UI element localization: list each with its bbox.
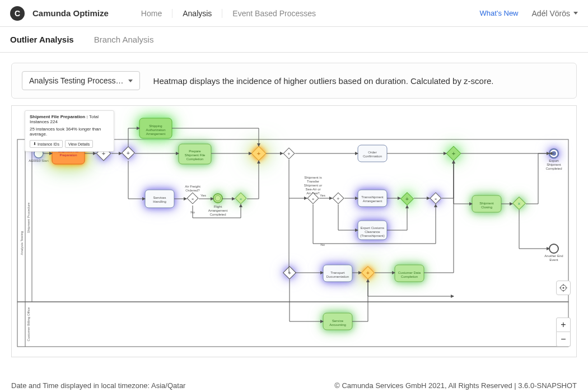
gateway-parallel-green[interactable]: + (401, 193, 414, 206)
heatmap-description: Heatmap displays the incidence of higher… (153, 76, 494, 86)
gateway-hot-1[interactable]: + (251, 146, 265, 160)
svg-text:TransshipmentArrangement: TransshipmentArrangement (361, 195, 384, 203)
crosshair-icon (559, 284, 567, 292)
task-export-customs[interactable]: Export CustomsClearance(Transshipment) (358, 221, 387, 240)
svg-text:AE0010 Start: AE0010 Start (29, 159, 49, 162)
gateway-air-freight[interactable]: × (187, 193, 198, 204)
zoom-controls: + − (556, 281, 571, 347)
svg-text:×: × (312, 197, 315, 202)
tooltip-view-details-button[interactable]: View Details (65, 140, 93, 148)
svg-text:+: + (405, 196, 409, 202)
svg-rect-1 (17, 302, 568, 347)
svg-text:Another EndEvent: Another EndEvent (544, 254, 563, 262)
chevron-down-icon (573, 12, 578, 15)
svg-text:×: × (192, 197, 194, 202)
zoom-in-button[interactable]: + (556, 318, 571, 332)
gateway-x-green[interactable]: × (513, 197, 526, 210)
task-order-confirmation[interactable]: OrderConfirmation (358, 145, 387, 162)
whats-new-link[interactable]: What's New (480, 9, 519, 17)
svg-text:+: + (366, 270, 370, 276)
tab-branch-analysis[interactable]: Branch Analysis (84, 32, 164, 48)
footer: Date and Time displayed in local timezon… (0, 381, 588, 390)
footer-copyright: © Camunda Services GmbH 2021, All Rights… (334, 381, 577, 390)
task-services-handling[interactable]: ServicesHandling (145, 190, 174, 208)
chevron-down-icon (128, 80, 133, 82)
svg-text:+: + (287, 151, 290, 157)
nav-home[interactable]: Home (131, 9, 172, 18)
svg-text:ShipmentClosing: ShipmentClosing (479, 202, 494, 209)
nav-event-based[interactable]: Event Based Processes (222, 9, 326, 18)
task-shipment-closing[interactable]: ShipmentClosing (472, 195, 501, 212)
tooltip-detail: 25 instances took 364% longer than avera… (30, 127, 109, 137)
svg-text:Customer DataCompletion: Customer DataCompletion (398, 271, 421, 278)
brand-name: Camunda Optimize (32, 8, 109, 18)
gateway-parallel-topright[interactable]: + (446, 146, 460, 160)
svg-point-22 (213, 194, 222, 203)
controls-bar: Analysis Testing Process… Heatmap displa… (11, 63, 577, 99)
footer-timezone: Date and Time displayed in local timezon… (11, 381, 185, 390)
svg-text:×: × (240, 197, 242, 202)
top-nav: C Camunda Optimize Home Analysis Event B… (0, 0, 588, 27)
zoom-out-button[interactable]: − (556, 332, 571, 347)
gateway-x-1[interactable]: × (235, 193, 246, 204)
svg-text:+: + (337, 196, 339, 202)
task-prepare-completion[interactable]: PrepareShipment FileCompletion (179, 144, 211, 164)
gateway-parallel-bottom[interactable]: + (283, 267, 296, 279)
diagram-canvas[interactable]: Analysis Testing Shipment Procedure Cust… (11, 105, 577, 357)
svg-text:ExportShipmentCompleted: ExportShipmentCompleted (545, 159, 562, 170)
nav-analysis[interactable]: Analysis (172, 9, 222, 18)
svg-text:Shipment isTransferShipment or: Shipment isTransferShipment orSea-Air or… (304, 176, 322, 195)
tab-outlier-analysis[interactable]: Outlier Analysis (10, 32, 84, 48)
nav-right: What's New Adél Vörös (480, 9, 578, 18)
svg-point-70 (563, 287, 564, 289)
user-name: Adél Vörös (532, 9, 570, 18)
lane-label-lower: Customer Billing Office (27, 307, 30, 342)
task-transport-doc[interactable]: TransportDocumentation (323, 265, 352, 282)
process-select-label: Analysis Testing Process… (29, 76, 124, 85)
task-service-accounting[interactable]: ServiceAccounting (323, 313, 352, 330)
gateway-parallel-3[interactable]: + (283, 148, 295, 159)
svg-text:×: × (517, 201, 520, 207)
user-menu[interactable]: Adél Vörös (532, 9, 578, 18)
download-icon: ⬇ (33, 142, 36, 146)
task-shipping-auth[interactable]: ShippingAuthorizationArrangement (139, 118, 172, 138)
gateway-x-2[interactable]: × (430, 193, 441, 204)
tooltip-title: Shipment File Preparation : (30, 114, 88, 119)
lane-label-upper: Shipment Procedure (27, 202, 30, 233)
svg-text:+: + (288, 270, 291, 276)
gateway-parallel-4[interactable]: + (333, 193, 344, 204)
brand-logo: C (10, 6, 25, 21)
svg-text:Yes: Yes (320, 194, 325, 197)
svg-text:×: × (435, 197, 437, 202)
svg-text:+: + (127, 150, 130, 156)
tooltip-instance-ids-button[interactable]: ⬇ Instance IDs (30, 140, 63, 148)
gateway-hot-2[interactable]: + (362, 267, 375, 279)
svg-text:+: + (452, 150, 455, 157)
gateway-parallel-2[interactable]: + (122, 147, 135, 160)
svg-text:ServicesHandling: ServicesHandling (153, 196, 166, 203)
end-event-another[interactable] (549, 244, 558, 253)
sub-nav: Outlier Analysis Branch Analysis (0, 27, 588, 53)
svg-rect-0 (17, 139, 568, 302)
lane-label-outer: Analysis Testing (20, 231, 24, 255)
svg-text:Yes: Yes (200, 194, 206, 197)
task-transshipment[interactable]: TransshipmentArrangement (358, 190, 387, 207)
event-flight-arrangement[interactable] (213, 194, 222, 203)
task-tooltip: Shipment File Preparation : Total Instan… (25, 110, 114, 152)
process-select[interactable]: Analysis Testing Process… (22, 71, 140, 90)
tooltip-total-value: 224 (50, 119, 57, 124)
svg-text:Air FreightOrdered?: Air FreightOrdered? (185, 185, 200, 192)
svg-text:+: + (257, 150, 260, 157)
recenter-button[interactable] (556, 281, 571, 295)
task-customer-data[interactable]: Customer DataCompletion (395, 265, 424, 282)
svg-text:FlightArrangementCompleted: FlightArrangementCompleted (208, 205, 228, 216)
svg-point-57 (549, 244, 558, 253)
